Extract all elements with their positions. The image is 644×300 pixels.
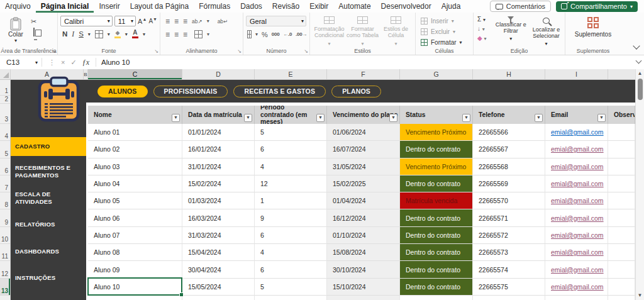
column-header-partial[interactable] (608, 69, 635, 79)
sort-filter-button[interactable]: Classificar e Filtrar ▾ (495, 16, 527, 47)
cell-telefone[interactable]: 22665575 (473, 279, 545, 296)
cell-vencimento[interactable]: 15/08/2024 (327, 244, 400, 261)
cell-telefone[interactable]: 22665571 (473, 209, 545, 226)
cell-observacoes[interactable] (608, 175, 635, 192)
cell-observacoes[interactable] (608, 279, 635, 296)
fill-color-button[interactable]: ◆ (114, 30, 121, 38)
filter-dropdown-button[interactable]: ▼ (389, 114, 397, 122)
cell-vencimento[interactable]: 16/12/2024 (327, 209, 400, 226)
find-select-button[interactable]: Localizar e Selecionar ▾ (530, 16, 562, 47)
cell-nome[interactable]: Aluno 07 (88, 227, 182, 244)
underline-button[interactable]: S (79, 30, 84, 38)
formula-input[interactable]: Aluno 10 (96, 58, 644, 66)
cell-periodo[interactable]: 6 (255, 227, 327, 244)
column-header-h[interactable]: H (473, 69, 545, 79)
cell-data-matricula[interactable]: 31/01/2024 (182, 158, 255, 175)
cell-vencimento[interactable]: 01/04/2024 (327, 192, 400, 209)
align-top-button[interactable]: ≡ (165, 17, 170, 26)
addins-button[interactable]: Suplementos (575, 17, 611, 38)
conditional-formatting-button[interactable]: Formatação Condicional ▾ (313, 16, 346, 47)
cell-telefone[interactable]: 22665572 (473, 227, 545, 244)
collapse-ribbon-chevron[interactable] (633, 42, 640, 49)
accounting-format-button[interactable] (247, 30, 252, 38)
status-badge[interactable]: Dentro do contrato (400, 141, 473, 158)
status-badge[interactable]: Dentro do contrato (400, 261, 473, 278)
column-header-d[interactable]: D (182, 69, 255, 79)
sidebar-item-recebimentos-e-pagamentos[interactable]: RECEBIMENTOS E PAGAMENTOS (11, 160, 86, 183)
status-badge[interactable]: Vencimento Próximo (400, 158, 473, 175)
menu-inserir[interactable]: Inserir (94, 0, 125, 13)
cell-observacoes[interactable] (608, 227, 635, 244)
cell-vencimento[interactable]: 01/10/2024 (327, 227, 400, 244)
cell-vencimento[interactable]: 01/06/2024 (327, 124, 400, 141)
increase-decimal-button[interactable]: ←.0 (283, 31, 292, 37)
autosum-button[interactable]: Σ ▾ (477, 16, 486, 23)
cell-periodo[interactable]: 5 (255, 279, 327, 296)
column-header-b[interactable]: B (84, 69, 88, 79)
status-badge[interactable]: Matrícula vencida (400, 192, 473, 209)
status-badge[interactable]: Vencimento Próximo (400, 124, 473, 141)
email-link[interactable]: emial@gmail.com (551, 128, 604, 136)
row-header-12[interactable]: 12 (0, 261, 10, 278)
menu-formulas[interactable]: Fórmulas (194, 0, 235, 13)
email-link[interactable]: emial@gmail.com (551, 197, 604, 204)
font-name-select[interactable]: Calibri▾ (60, 16, 113, 26)
insert-cells-button[interactable]: Inserir▾ (421, 17, 470, 26)
filter-dropdown-button[interactable]: ▼ (462, 114, 470, 122)
status-badge[interactable]: Dentro do contrato (400, 244, 473, 261)
row-header-6[interactable]: 6 (0, 158, 10, 175)
scroll-down-button[interactable]: ▼ (638, 291, 643, 299)
filter-dropdown-button[interactable]: ▼ (316, 114, 325, 122)
cell-periodo[interactable]: 1 (255, 192, 327, 209)
column-header-i[interactable]: I (545, 69, 608, 79)
cell-data-matricula[interactable]: 16/01/2024 (182, 141, 255, 158)
font-color-button[interactable]: A (132, 30, 138, 38)
status-badge[interactable]: Dentro do contrato (400, 279, 473, 296)
menu-desenvolvedor[interactable]: Desenvolvedor (376, 0, 436, 13)
format-cells-button[interactable]: Formatar▾ (421, 38, 470, 47)
cell-data-matricula[interactable]: 16/03/2024 (182, 209, 255, 226)
row-header-5[interactable]: 5 (0, 141, 10, 158)
email-link[interactable]: emial@gmail.com (551, 163, 604, 170)
cancel-entry-button[interactable]: × (61, 58, 65, 66)
comma-style-button[interactable]: 000 (272, 31, 279, 37)
row-header-1[interactable]: 1 (0, 80, 10, 96)
menu-automate[interactable]: Automate (333, 0, 375, 13)
cell-periodo[interactable]: 4 (255, 244, 327, 261)
cell-nome-selected[interactable]: Aluno 10 (88, 279, 182, 296)
align-right-button[interactable]: ≡ (183, 30, 187, 39)
merge-center-button[interactable] (194, 30, 203, 38)
cell-data-matricula[interactable]: 01/03/2024 (182, 192, 255, 209)
font-size-select[interactable]: 11▾ (114, 16, 136, 26)
sidebar-item-dashboards[interactable]: DASHBOARDS (11, 244, 86, 259)
cell-nome[interactable]: Aluno 08 (88, 244, 182, 261)
row-header-7[interactable]: 7 (0, 175, 10, 192)
paste-button[interactable]: Colar ▾ (3, 16, 29, 47)
cut-button[interactable]: ✂ (31, 18, 36, 26)
cell-observacoes[interactable] (608, 141, 635, 158)
cell-email[interactable]: emial@gmail.com (545, 124, 608, 141)
cell-periodo[interactable]: 9 (255, 209, 327, 226)
email-link[interactable]: emial@gmail.com (551, 248, 604, 256)
confirm-entry-button[interactable]: ✓ (70, 58, 76, 67)
delete-cells-button[interactable]: Excluir▾ (421, 28, 470, 36)
cell-vencimento[interactable]: 15/02/2025 (327, 175, 400, 192)
row-header-2[interactable]: 2 (0, 96, 10, 104)
cell-vencimento[interactable]: 16/07/2024 (327, 141, 400, 158)
cell-data-matricula[interactable]: 30/04/2024 (182, 261, 255, 278)
share-button[interactable]: Compartilhamento ▾ (556, 1, 638, 12)
cell-data-matricula[interactable]: 15/05/2024 (182, 279, 255, 296)
status-badge[interactable]: Dentro do contrato (400, 209, 473, 226)
cell-data-matricula[interactable]: 01/01/2024 (182, 124, 255, 141)
sidebar-item-escala-de-atividades[interactable]: ESCALA DE ATIVIDADES (11, 191, 86, 206)
sidebar-item-instrucoes[interactable]: INSTRUÇÕES (11, 270, 86, 286)
status-badge[interactable]: Dentro do contrato (400, 227, 473, 244)
cell-data-matricula[interactable]: 15/02/2024 (182, 175, 255, 192)
cell-telefone[interactable]: 22665570 (473, 192, 545, 209)
tab-receitas-e-gastos[interactable]: RECEITAS E GASTOS (233, 86, 326, 97)
fill-button[interactable]: ↓ ▾ (477, 25, 485, 32)
percent-style-button[interactable]: % (262, 31, 268, 38)
scrollbar-thumb[interactable] (638, 79, 643, 100)
cell-telefone[interactable]: 22665567 (473, 141, 545, 158)
cell-telefone[interactable]: 22665574 (473, 261, 545, 278)
